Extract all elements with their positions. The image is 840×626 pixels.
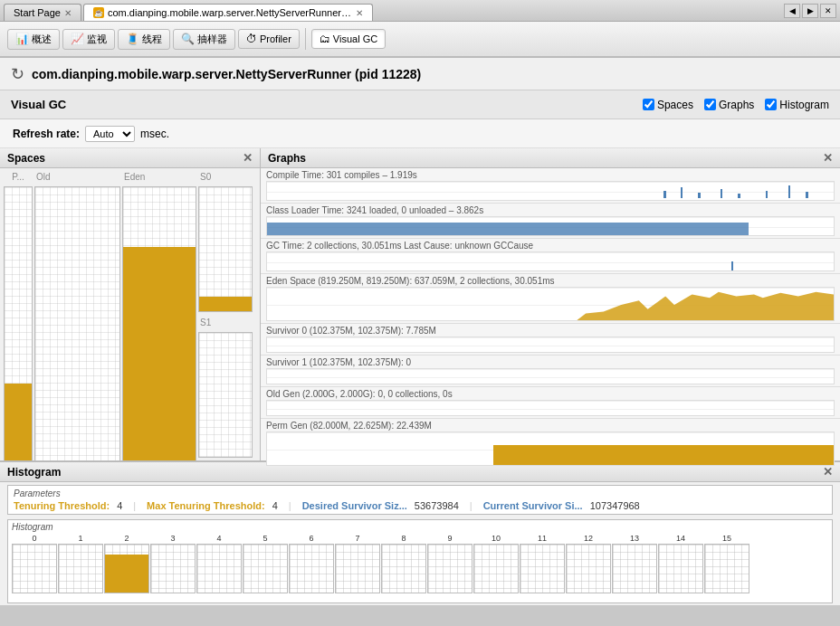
histogram-col-10: 10 <box>473 534 519 593</box>
nav-forward-btn[interactable]: ▶ <box>802 4 818 18</box>
histogram-panel-title: Histogram <box>7 466 61 479</box>
histogram-col-13: 13 <box>612 534 657 593</box>
visual-gc-btn[interactable]: 🗂 Visual GC <box>311 29 386 49</box>
svg-marker-0 <box>267 292 834 320</box>
start-page-tab[interactable]: Start Page ✕ <box>4 4 81 21</box>
histogram-checkbox[interactable] <box>765 99 777 110</box>
histogram-bar-12 <box>566 544 611 593</box>
perm-label: P... <box>12 172 24 182</box>
histogram-col-12: 12 <box>566 534 611 593</box>
histogram-col-14: 14 <box>658 534 703 593</box>
gc-time-label: GC Time: 2 collections, 30.051ms Last Ca… <box>266 241 533 251</box>
survivor0-graph-row: Survivor 0 (102.375M, 102.375M): 7.785M <box>261 324 840 356</box>
tenuring-threshold-label: Tenuring Threshold: <box>14 500 110 511</box>
spaces-checkbox-label[interactable]: Spaces <box>643 99 693 111</box>
eden-space-graph-row: Eden Space (819.250M, 819.250M): 637.059… <box>261 274 840 324</box>
sampler-icon: 🔍 <box>181 33 195 45</box>
old-label: Old <box>36 172 51 182</box>
monitor-icon: 📈 <box>71 33 84 45</box>
app-tab-close[interactable]: ✕ <box>356 8 363 18</box>
histogram-col-0: 0 <box>12 534 57 593</box>
eden-space-label: Eden Space (819.250M, 819.250M): 637.059… <box>266 276 555 286</box>
nav-back-btn[interactable]: ◀ <box>784 4 800 18</box>
window-close-btn[interactable]: ✕ <box>820 4 836 18</box>
s0-space-box <box>198 186 253 312</box>
monitor-btn-label: 监视 <box>87 33 107 46</box>
histogram-col-3: 3 <box>150 534 196 593</box>
histogram-col-4: 4 <box>196 534 242 593</box>
thread-btn-label: 线程 <box>142 33 162 46</box>
page-title: com.dianping.mobile.warp.server.NettySer… <box>32 67 421 81</box>
start-page-tab-close[interactable]: ✕ <box>64 8 72 18</box>
window-controls: ◀ ▶ ✕ <box>784 0 836 21</box>
histogram-panel-close[interactable]: ✕ <box>823 465 833 479</box>
desired-survivor-value: 53673984 <box>415 500 459 511</box>
params-section-title: Parameters <box>14 488 826 498</box>
classloader-graph-row: Class Loader Time: 3241 loaded, 0 unload… <box>261 204 840 239</box>
spaces-panel-close[interactable]: ✕ <box>243 151 253 165</box>
histogram-col-7: 7 <box>335 534 380 593</box>
app-tab-label: com.dianping.mobile.warp.server.NettySer… <box>108 7 352 18</box>
survivor1-label: Survivor 1 (102.375M, 102.375M): 0 <box>266 357 411 367</box>
histogram-bar-10 <box>473 544 519 593</box>
tenuring-threshold-value: 4 <box>117 500 122 511</box>
spaces-checkbox[interactable] <box>643 99 654 110</box>
app-favicon: ☕ <box>93 7 104 18</box>
thread-btn[interactable]: 🧵 线程 <box>118 29 170 50</box>
histogram-bar-0 <box>12 544 57 593</box>
visual-gc-icon: 🗂 <box>320 33 330 45</box>
graphs-panel-close[interactable]: ✕ <box>823 151 833 165</box>
sampler-btn[interactable]: 🔍 抽样器 <box>173 29 235 50</box>
histogram-checkbox-label[interactable]: Histogram <box>765 99 829 111</box>
classloader-label: Class Loader Time: 3241 loaded, 0 unload… <box>266 205 483 215</box>
overview-icon: 📊 <box>15 33 29 45</box>
histogram-bar-4 <box>196 544 242 593</box>
perm-space-box <box>4 186 33 461</box>
current-survivor-label: Current Survivor Si... <box>483 500 583 511</box>
permgen-graph-row: Perm Gen (82.000M, 22.625M): 22.439M <box>261 419 840 469</box>
oldgen-graph-row: Old Gen (2.000G, 2.000G): 0, 0 collectio… <box>261 387 840 419</box>
desired-survivor-label: Desired Survivor Siz... <box>302 500 407 511</box>
app-tab[interactable]: ☕ com.dianping.mobile.warp.server.NettyS… <box>83 4 373 21</box>
eden-label: Eden <box>124 172 145 182</box>
toolbar-separator <box>305 28 306 50</box>
reload-icon[interactable]: ↻ <box>11 64 24 84</box>
sampler-btn-label: 抽样器 <box>197 33 227 46</box>
oldgen-label: Old Gen (2.000G, 2.000G): 0, 0 collectio… <box>266 389 453 399</box>
histogram-bar-9 <box>427 544 472 593</box>
overview-btn[interactable]: 📊 概述 <box>7 29 60 50</box>
gc-time-graph-row: GC Time: 2 collections, 30.051ms Last Ca… <box>261 239 840 274</box>
refresh-select[interactable]: Auto 1000 2000 5000 <box>85 126 135 142</box>
monitor-btn[interactable]: 📈 监视 <box>62 29 115 50</box>
histogram-bar-13 <box>612 544 657 593</box>
profiler-icon: ⏱ <box>246 33 257 45</box>
spaces-panel-title: Spaces <box>7 152 45 165</box>
max-tenuring-label: Max Tenuring Threshold: <box>147 500 265 511</box>
old-space-box <box>34 186 120 461</box>
s1-label: S1 <box>200 318 211 327</box>
histogram-bar-7 <box>335 544 380 593</box>
histogram-col-8: 8 <box>381 534 426 593</box>
histogram-col-6: 6 <box>289 534 334 593</box>
eden-fill <box>123 247 196 460</box>
profiler-btn[interactable]: ⏱ Profiler <box>238 29 300 49</box>
histogram-title: Histogram <box>12 522 828 532</box>
visual-gc-btn-label: Visual GC <box>333 33 377 44</box>
histogram-bar-6 <box>289 544 334 593</box>
histogram-bar-2 <box>104 544 149 593</box>
histogram-col-1: 1 <box>58 534 103 593</box>
vgc-title: Visual GC <box>11 98 66 111</box>
graphs-checkbox[interactable] <box>704 99 716 110</box>
start-page-tab-label: Start Page <box>14 7 61 18</box>
s0-label: S0 <box>200 172 211 182</box>
survivor1-graph-row: Survivor 1 (102.375M, 102.375M): 0 <box>261 356 840 387</box>
survivor0-label: Survivor 0 (102.375M, 102.375M): 7.785M <box>266 326 436 336</box>
histogram-col-11: 11 <box>520 534 565 593</box>
histogram-bar-5 <box>243 544 288 593</box>
thread-icon: 🧵 <box>126 33 139 45</box>
graphs-checkbox-label[interactable]: Graphs <box>704 99 754 111</box>
histogram-bar-11 <box>520 544 565 593</box>
profiler-btn-label: Profiler <box>260 33 291 44</box>
perm-fill <box>5 384 32 460</box>
permgen-label: Perm Gen (82.000M, 22.625M): 22.439M <box>266 421 432 431</box>
